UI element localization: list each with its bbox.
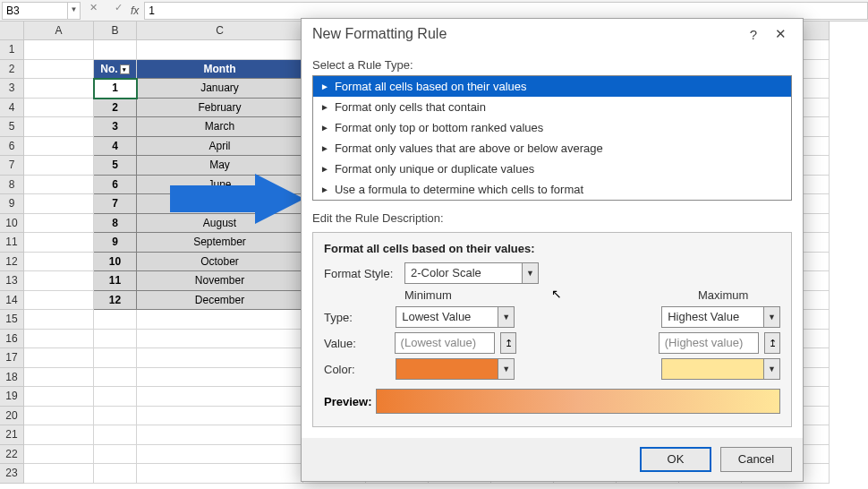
cell-B15[interactable] [94, 310, 137, 330]
cell-B2[interactable]: No.▾ [94, 60, 137, 80]
rule-type-item[interactable]: ►Format only values that are above or be… [313, 138, 791, 159]
col-header-C[interactable]: C [137, 21, 303, 40]
cell-B21[interactable] [94, 425, 137, 445]
chevron-down-icon[interactable]: ▼ [498, 359, 514, 379]
cell-A13[interactable] [24, 271, 94, 291]
cell-A17[interactable] [24, 348, 94, 368]
cell-C12[interactable]: October [137, 253, 303, 272]
cell-C20[interactable] [137, 407, 303, 426]
cell-A20[interactable] [24, 407, 94, 426]
row-header-4[interactable]: 4 [0, 99, 24, 118]
row-header-8[interactable]: 8 [0, 176, 24, 195]
cell-B8[interactable]: 6 [94, 176, 137, 195]
cell-A16[interactable] [24, 330, 94, 349]
min-value-input[interactable]: (Lowest value) [395, 332, 496, 354]
cell-A8[interactable] [24, 176, 94, 195]
row-header-9[interactable]: 9 [0, 194, 24, 214]
rule-type-item[interactable]: ►Format only cells that contain [313, 97, 791, 117]
cell-C14[interactable]: December [137, 291, 303, 311]
cell-A19[interactable] [24, 387, 94, 407]
col-header-A[interactable]: A [24, 21, 94, 40]
max-color-select[interactable]: ▼ [661, 358, 780, 380]
cell-A11[interactable] [24, 233, 94, 253]
chevron-down-icon[interactable]: ▼ [498, 307, 514, 327]
chevron-down-icon[interactable]: ▼ [763, 359, 779, 379]
rule-type-item[interactable]: ►Format all cells based on their values [313, 76, 791, 97]
rule-type-item[interactable]: ►Use a formula to determine which cells … [313, 179, 791, 200]
cell-C19[interactable] [137, 387, 303, 407]
row-header-10[interactable]: 10 [0, 214, 24, 234]
name-box-dropdown[interactable]: ▼ [68, 2, 81, 20]
cell-B14[interactable]: 12 [94, 291, 137, 311]
rule-type-item[interactable]: ►Format only top or bottom ranked values [313, 117, 791, 138]
cell-C2[interactable]: Month [137, 60, 303, 80]
max-value-input[interactable]: (Highest value) [659, 332, 760, 354]
cell-A18[interactable] [24, 368, 94, 388]
row-header-5[interactable]: 5 [0, 117, 24, 137]
cell-B11[interactable]: 9 [94, 233, 137, 253]
cell-A22[interactable] [24, 445, 94, 465]
cell-B7[interactable]: 5 [94, 156, 137, 176]
row-header-3[interactable]: 3 [0, 79, 24, 99]
row-header-13[interactable]: 13 [0, 271, 24, 291]
cell-A7[interactable] [24, 156, 94, 176]
cell-A12[interactable] [24, 253, 94, 272]
min-type-select[interactable]: Lowest Value ▼ [396, 306, 515, 328]
cell-B12[interactable]: 10 [94, 253, 137, 272]
cell-C11[interactable]: September [137, 233, 303, 253]
cell-B20[interactable] [94, 407, 137, 426]
cancel-formula-icon[interactable]: ✕ [84, 2, 102, 20]
cell-C13[interactable]: November [137, 271, 303, 291]
cell-C23[interactable] [137, 464, 303, 484]
row-header-7[interactable]: 7 [0, 156, 24, 176]
cell-B1[interactable] [94, 40, 137, 60]
cell-C1[interactable] [137, 40, 303, 60]
help-icon[interactable]: ? [740, 27, 767, 42]
close-icon[interactable]: ✕ [767, 26, 794, 42]
row-header-20[interactable]: 20 [0, 407, 24, 426]
cell-B5[interactable]: 3 [94, 117, 137, 137]
cancel-button[interactable]: Cancel [720, 447, 792, 472]
rule-type-item[interactable]: ►Format only unique or duplicate values [313, 159, 791, 179]
min-value-picker-icon[interactable]: ↥ [500, 332, 516, 354]
cell-A9[interactable] [24, 194, 94, 214]
cell-B6[interactable]: 4 [94, 137, 137, 157]
chevron-down-icon[interactable]: ▼ [763, 307, 779, 327]
row-header-15[interactable]: 15 [0, 310, 24, 330]
cell-A21[interactable] [24, 425, 94, 445]
name-box[interactable] [2, 2, 68, 20]
cell-B22[interactable] [94, 445, 137, 465]
fx-icon[interactable]: fx [131, 4, 139, 17]
format-style-select[interactable]: 2-Color Scale ▼ [404, 262, 539, 284]
cell-A6[interactable] [24, 137, 94, 157]
select-all-triangle[interactable] [0, 21, 24, 40]
cell-B9[interactable]: 7 [94, 194, 137, 214]
cell-A1[interactable] [24, 40, 94, 60]
row-header-22[interactable]: 22 [0, 445, 24, 465]
cell-B17[interactable] [94, 348, 137, 368]
max-type-select[interactable]: Highest Value ▼ [661, 306, 780, 328]
cell-C4[interactable]: February [137, 99, 303, 118]
cell-A10[interactable] [24, 214, 94, 234]
row-header-14[interactable]: 14 [0, 291, 24, 311]
col-header-B[interactable]: B [94, 21, 137, 40]
cell-C7[interactable]: May [137, 156, 303, 176]
cell-B10[interactable]: 8 [94, 214, 137, 234]
formula-input[interactable]: 1 [144, 2, 868, 20]
row-header-21[interactable]: 21 [0, 425, 24, 445]
ok-button[interactable]: OK [640, 447, 711, 472]
cell-A15[interactable] [24, 310, 94, 330]
row-header-18[interactable]: 18 [0, 368, 24, 388]
row-header-12[interactable]: 12 [0, 253, 24, 272]
min-color-select[interactable]: ▼ [396, 358, 515, 380]
cell-B23[interactable] [94, 464, 137, 484]
enter-formula-icon[interactable]: ✓ [109, 2, 127, 20]
row-header-19[interactable]: 19 [0, 387, 24, 407]
row-header-23[interactable]: 23 [0, 464, 24, 484]
cell-C21[interactable] [137, 425, 303, 445]
row-header-17[interactable]: 17 [0, 348, 24, 368]
cell-B18[interactable] [94, 368, 137, 388]
row-header-1[interactable]: 1 [0, 40, 24, 60]
rule-type-list[interactable]: ►Format all cells based on their values►… [312, 75, 792, 201]
cell-C18[interactable] [137, 368, 303, 388]
